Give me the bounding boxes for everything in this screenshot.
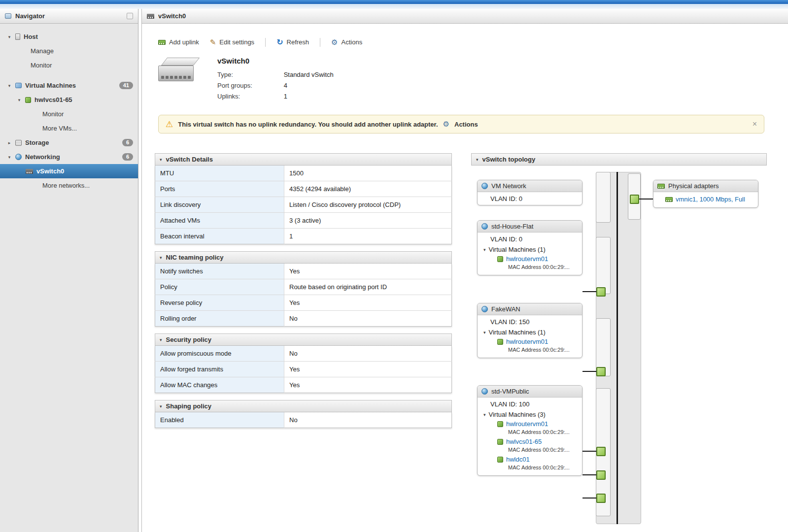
port-connector-icon [596, 494, 606, 503]
physical-adapters-header[interactable]: Physical adapters [653, 180, 758, 192]
security-policy-table: Allow promiscuous mode No Allow forged t… [155, 346, 452, 393]
vm-entry: hwlvcs01-65 [478, 437, 582, 446]
table-row: Rolling order No [155, 311, 452, 327]
row-value: 1 [284, 229, 452, 244]
adapter-entry: vmnic1, 1000 Mbps, Full [653, 192, 758, 207]
portgroup-header[interactable]: VM Network [478, 180, 582, 192]
collapse-arrow-icon: ▾ [160, 157, 162, 162]
content-columns: ▾ vSwitch Details MTU 1500 Ports 4352 (4… [142, 153, 788, 531]
physical-adapters-title: Physical adapters [668, 182, 719, 190]
row-label: Reverse policy [155, 295, 284, 311]
sidebar-item-storage[interactable]: ▸ Storage 6 [0, 135, 138, 150]
row-label: Policy [155, 279, 284, 295]
portgroup-header[interactable]: std-VMPublic [478, 386, 582, 398]
storage-icon [15, 140, 22, 146]
nic-teaming-panel: ▾ NIC teaming policy Notify switches Yes… [155, 251, 452, 327]
vm-link[interactable]: hwlroutervm01 [506, 338, 548, 345]
summary-value: Standard vSwitch [284, 71, 334, 78]
table-row: MTU 1500 [155, 166, 452, 181]
network-icon [481, 388, 488, 395]
vm-link[interactable]: hwlroutervm01 [506, 420, 548, 428]
vswitch-details-table: MTU 1500 Ports 4352 (4294 available) Lin… [155, 166, 452, 244]
portgroup-vm-network: VM Network VLAN ID: 0 [477, 180, 582, 205]
portgroup-header[interactable]: FakeWAN [478, 303, 582, 315]
warning-icon: ⚠ [166, 119, 173, 130]
chevron-down-icon[interactable]: ▾ [7, 155, 12, 160]
shaping-policy-header[interactable]: ▾ Shaping policy [155, 400, 452, 412]
adapter-link[interactable]: vmnic1, 1000 Mbps, Full [676, 196, 745, 203]
pencil-icon: ✎ [210, 38, 216, 47]
window-top-strip [0, 0, 788, 4]
vm-mac-address: MAC Address 00:0c:29:... [478, 446, 582, 455]
row-value: Listen / Cisco discovery protocol (CDP) [284, 197, 452, 213]
close-icon[interactable]: × [753, 120, 757, 129]
gear-icon: ⚙ [331, 38, 338, 47]
sidebar-item-vswitch0[interactable]: vSwitch0 [0, 164, 138, 178]
refresh-button[interactable]: ↻ Refresh [276, 37, 309, 47]
vm-icon [497, 421, 503, 427]
vm-link[interactable]: hwldc01 [506, 456, 530, 463]
chevron-down-icon[interactable]: ▾ [7, 83, 12, 88]
vm-link[interactable]: hwlroutervm01 [506, 255, 548, 263]
sidebar-item-more-networks[interactable]: More networks... [0, 178, 138, 193]
edit-settings-button[interactable]: ✎ Edit settings [210, 38, 254, 47]
sidebar-item-monitor[interactable]: Monitor [0, 58, 138, 72]
table-row: Beacon interval 1 [155, 229, 452, 244]
gear-icon[interactable]: ⚙ [443, 120, 449, 129]
content-panel: vSwitch0 Add uplink ✎ Edit settings ↻ Re… [141, 9, 788, 532]
port-connector-icon [596, 447, 606, 456]
row-label: Allow forged transmits [155, 362, 284, 377]
summary-row: Uplinks: 1 [217, 91, 334, 102]
count-badge: 41 [119, 82, 133, 89]
security-policy-header[interactable]: ▾ Security policy [155, 333, 452, 346]
vm-link[interactable]: hwlvcs01-65 [506, 438, 542, 445]
panel-title: vSwitch Details [166, 156, 213, 163]
refresh-icon: ↻ [276, 37, 283, 47]
topology-header[interactable]: ▾ vSwitch topology [471, 153, 767, 166]
add-uplink-button[interactable]: Add uplink [158, 38, 199, 46]
row-label: Allow promiscuous mode [155, 346, 284, 362]
sidebar-item-vm-monitor[interactable]: Monitor [0, 107, 138, 121]
row-value: Yes [284, 264, 452, 279]
row-value: Route based on originating port ID [284, 279, 452, 295]
row-label: MTU [155, 166, 284, 181]
collapse-arrow-icon: ▾ [160, 404, 162, 409]
row-value: Yes [284, 295, 452, 311]
sidebar-item-hwlvcs01-65[interactable]: ▾ hwlvcs01-65 [0, 93, 138, 107]
collapse-panel-icon[interactable] [127, 13, 133, 19]
summary-row: Port groups: 4 [217, 80, 334, 91]
toolbar: Add uplink ✎ Edit settings ↻ Refresh ⚙ A… [158, 37, 788, 47]
vm-entry: hwlroutervm01 [478, 337, 582, 346]
chevron-down-icon: ▾ [483, 247, 486, 252]
vm-mac-address: MAC Address 00:0c:29:... [478, 346, 582, 355]
sidebar-item-host[interactable]: ▾ Host [0, 30, 138, 44]
portgroup-bus-box [596, 172, 611, 223]
actions-button[interactable]: ⚙ Actions [331, 38, 362, 47]
chevron-right-icon[interactable]: ▸ [7, 140, 12, 145]
sidebar-item-networking[interactable]: ▾ Networking 6 [0, 150, 138, 164]
sidebar-item-virtual-machines[interactable]: ▾ Virtual Machines 41 [0, 78, 138, 93]
nic-teaming-header[interactable]: ▾ NIC teaming policy [155, 251, 452, 264]
row-value: 3 (3 active) [284, 213, 452, 229]
vm-list-toggle[interactable]: ▾ Virtual Machines (1) [478, 245, 582, 254]
add-uplink-icon [158, 40, 166, 45]
vswitch-icon [26, 169, 33, 174]
vlan-id: VLAN ID: 100 [478, 398, 582, 410]
navigator-panel: Navigator ▾ Host Manage Monitor ▾ Virtua… [0, 9, 138, 532]
portgroup-name: FakeWAN [491, 305, 520, 313]
trunk-line [617, 172, 618, 524]
vswitch-details-header[interactable]: ▾ vSwitch Details [155, 153, 452, 166]
sidebar-item-more-vms[interactable]: More VMs... [0, 121, 138, 135]
chevron-down-icon[interactable]: ▾ [17, 98, 22, 102]
portgroup-header[interactable]: std-House-Flat [478, 221, 582, 233]
portgroup-std-vmpublic: std-VMPublic VLAN ID: 100 ▾ Virtual Mach… [477, 385, 582, 476]
navigator-tree: ▾ Host Manage Monitor ▾ Virtual Machines… [0, 24, 138, 193]
table-row: Allow MAC changes Yes [155, 377, 452, 393]
chevron-down-icon[interactable]: ▾ [7, 34, 12, 39]
warning-actions-button[interactable]: Actions [454, 121, 478, 128]
network-icon [481, 183, 488, 189]
sidebar-item-manage[interactable]: Manage [0, 44, 138, 58]
vm-list-toggle[interactable]: ▾ Virtual Machines (1) [478, 328, 582, 337]
vm-list-toggle[interactable]: ▾ Virtual Machines (3) [478, 410, 582, 419]
warning-banner: ⚠ This virtual switch has no uplink redu… [158, 115, 764, 133]
